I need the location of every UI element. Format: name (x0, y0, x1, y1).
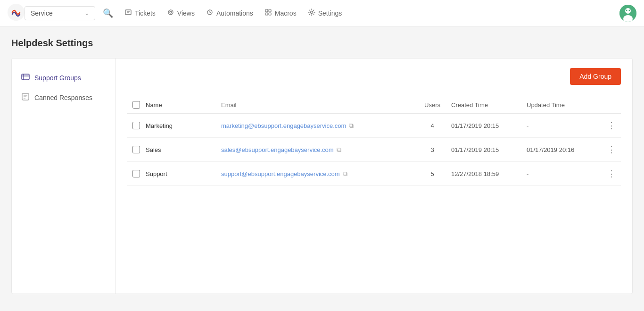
email-text-sales: sales@ebsupport.engagebayservice.com (221, 146, 334, 153)
header-updated-time: Updated Time (527, 101, 602, 109)
row-name-support: Support (146, 170, 221, 177)
copy-icon-marketing[interactable]: ⧉ (349, 122, 354, 130)
row-actions-support[interactable]: ⋮ (602, 168, 621, 179)
groups-table: Name Email Users Created Time Updated Ti… (127, 96, 621, 186)
avatar[interactable] (619, 5, 636, 22)
row-checkbox-col (127, 146, 146, 153)
row-checkbox-support[interactable] (132, 170, 140, 177)
views-icon (167, 8, 174, 18)
row-email-support: support@ebsupport.engagebayservice.com ⧉ (221, 170, 413, 178)
row-updated-support: - (527, 170, 602, 177)
nav-tickets-label: Tickets (135, 9, 156, 17)
email-text-marketing: marketing@ebsupport.engagebayservice.com (221, 122, 346, 129)
page-content: Helpdesk Settings Support Groups Canned … (0, 26, 644, 305)
chevron-down-icon: ⌄ (84, 10, 89, 17)
svg-rect-7 (265, 9, 268, 12)
automations-icon (206, 8, 214, 18)
sidebar-item-support-groups[interactable]: Support Groups (12, 68, 115, 88)
row-updated-sales: 01/17/2019 20:16 (527, 146, 602, 153)
copy-icon-support[interactable]: ⧉ (343, 170, 347, 178)
content-header: Add Group (127, 68, 621, 85)
svg-point-13 (625, 8, 631, 14)
nav-views[interactable]: Views (167, 7, 195, 20)
main-nav: Tickets Views Automations Macros Setting… (124, 7, 342, 20)
header-created-time: Created Time (451, 101, 527, 109)
row-email-sales: sales@ebsupport.engagebayservice.com ⧉ (221, 146, 413, 154)
row-updated-marketing: - (527, 122, 602, 129)
row-users-marketing: 4 (413, 122, 451, 129)
sidebar-canned-responses-label: Canned Responses (34, 94, 92, 101)
svg-point-5 (170, 11, 172, 13)
nav-settings-label: Settings (318, 9, 342, 17)
svg-point-4 (168, 10, 173, 15)
nav-settings[interactable]: Settings (308, 7, 342, 20)
settings-icon (308, 8, 315, 18)
svg-rect-10 (269, 13, 271, 15)
content-area: Add Group Name Email Users Created Time … (116, 59, 632, 294)
row-checkbox-sales[interactable] (132, 146, 140, 153)
macros-icon (264, 8, 272, 18)
header-right (619, 5, 636, 22)
header-users: Users (413, 101, 451, 109)
nav-views-label: Views (177, 9, 195, 17)
row-created-support: 12/27/2018 18:59 (451, 170, 527, 177)
table-row: Support support@ebsupport.engagebayservi… (127, 162, 621, 186)
table-row: Marketing marketing@ebsupport.engagebays… (127, 114, 621, 138)
row-checkbox-col (127, 170, 146, 177)
header-email: Email (221, 101, 413, 109)
table-header: Name Email Users Created Time Updated Ti… (127, 96, 621, 114)
svg-point-15 (626, 9, 627, 11)
row-actions-marketing[interactable]: ⋮ (602, 120, 621, 131)
copy-icon-sales[interactable]: ⧉ (337, 146, 341, 154)
sidebar-item-canned-responses[interactable]: Canned Responses (12, 88, 115, 108)
sidebar-support-groups-label: Support Groups (34, 74, 81, 82)
support-groups-icon (21, 73, 30, 83)
service-selector[interactable]: Service ⌄ (25, 6, 95, 20)
canned-responses-icon (21, 92, 30, 103)
add-group-button[interactable]: Add Group (570, 68, 621, 85)
svg-rect-1 (125, 10, 131, 15)
row-actions-sales[interactable]: ⋮ (602, 144, 621, 155)
row-email-marketing: marketing@ebsupport.engagebayservice.com… (221, 122, 413, 130)
svg-rect-8 (269, 9, 271, 12)
sidebar: Support Groups Canned Responses (12, 59, 116, 294)
page-title: Helpdesk Settings (11, 38, 633, 49)
row-users-support: 5 (413, 170, 451, 177)
svg-rect-9 (265, 13, 268, 15)
service-label: Service (31, 9, 81, 17)
tickets-icon (124, 8, 132, 18)
nav-macros[interactable]: Macros (264, 7, 297, 20)
row-checkbox-marketing[interactable] (132, 122, 140, 129)
email-text-support: support@ebsupport.engagebayservice.com (221, 170, 340, 177)
row-name-sales: Sales (146, 146, 221, 153)
row-name-marketing: Marketing (146, 122, 221, 129)
search-button[interactable]: 🔍 (103, 8, 113, 18)
svg-point-16 (629, 9, 630, 11)
row-users-sales: 3 (413, 146, 451, 153)
select-all-checkbox[interactable] (132, 101, 140, 109)
header-name: Name (146, 101, 221, 109)
header: Service ⌄ 🔍 Tickets Views Automations (0, 0, 644, 26)
svg-point-11 (310, 11, 313, 13)
header-checkbox-col (127, 101, 146, 109)
row-checkbox-col (127, 122, 146, 129)
row-created-sales: 01/17/2019 20:15 (451, 146, 527, 153)
row-created-marketing: 01/17/2019 20:15 (451, 122, 527, 129)
svg-rect-17 (22, 74, 29, 80)
search-icon: 🔍 (103, 8, 113, 18)
nav-macros-label: Macros (275, 9, 297, 17)
nav-automations[interactable]: Automations (206, 7, 253, 20)
nav-tickets[interactable]: Tickets (124, 7, 156, 20)
main-layout: Support Groups Canned Responses Add Grou… (11, 58, 633, 294)
logo[interactable] (8, 4, 25, 22)
table-row: Sales sales@ebsupport.engagebayservice.c… (127, 138, 621, 162)
nav-automations-label: Automations (216, 9, 253, 17)
